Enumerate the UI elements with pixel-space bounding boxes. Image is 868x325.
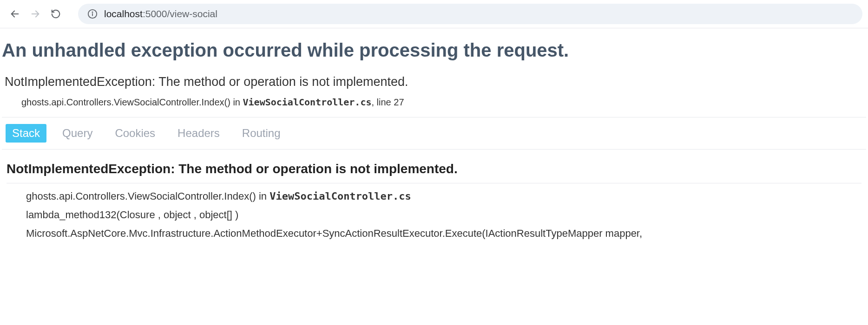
tab-routing[interactable]: Routing [236, 124, 287, 143]
location-suffix: , line 27 [371, 97, 404, 107]
stack-frame[interactable]: lambda_method132(Closure , object , obje… [7, 206, 861, 224]
forward-button[interactable] [30, 8, 41, 20]
url-host: localhost [104, 8, 143, 19]
stack-title: NotImplementedException: The method or o… [7, 162, 861, 183]
tab-query[interactable]: Query [56, 124, 99, 143]
reload-button[interactable] [50, 8, 61, 20]
exception-message: NotImplementedException: The method or o… [5, 73, 863, 91]
stack-frame[interactable]: ghosts.api.Controllers.ViewSocialControl… [7, 187, 861, 206]
frame-text: lambda_method132(Closure , object , obje… [26, 209, 238, 221]
location-file: ViewSocialController.cs [243, 97, 372, 108]
svg-point-4 [92, 12, 92, 13]
frame-text: ghosts.api.Controllers.ViewSocialControl… [26, 190, 270, 202]
error-page: An unhandled exception occurred while pr… [0, 28, 868, 246]
tab-stack[interactable]: Stack [6, 124, 46, 143]
stack-frame[interactable]: Microsoft.AspNetCore.Mvc.Infrastructure.… [7, 224, 861, 243]
frame-text: Microsoft.AspNetCore.Mvc.Infrastructure.… [26, 228, 642, 239]
browser-toolbar: localhost:5000/view-social [0, 0, 868, 28]
arrow-right-icon [30, 9, 40, 19]
url-path: :5000/view-social [143, 8, 217, 19]
tabs: Stack Query Cookies Headers Routing [2, 117, 866, 150]
tab-headers[interactable]: Headers [171, 124, 226, 143]
exception-summary: NotImplementedException: The method or o… [2, 70, 866, 117]
reload-icon [51, 9, 61, 19]
arrow-left-icon [10, 9, 20, 19]
address-bar[interactable]: localhost:5000/view-social [78, 4, 862, 24]
tab-cookies[interactable]: Cookies [108, 124, 162, 143]
site-info-icon[interactable] [87, 9, 98, 19]
stack-frames: ghosts.api.Controllers.ViewSocialControl… [7, 183, 861, 243]
nav-buttons [6, 8, 61, 20]
back-button[interactable] [9, 8, 20, 20]
url-text: localhost:5000/view-social [104, 8, 217, 20]
frame-file: ViewSocialController.cs [270, 190, 411, 202]
stack-trace: NotImplementedException: The method or o… [2, 150, 866, 247]
location-prefix: ghosts.api.Controllers.ViewSocialControl… [21, 97, 243, 107]
page-title: An unhandled exception occurred while pr… [2, 28, 866, 70]
exception-location: ghosts.api.Controllers.ViewSocialControl… [5, 91, 863, 108]
